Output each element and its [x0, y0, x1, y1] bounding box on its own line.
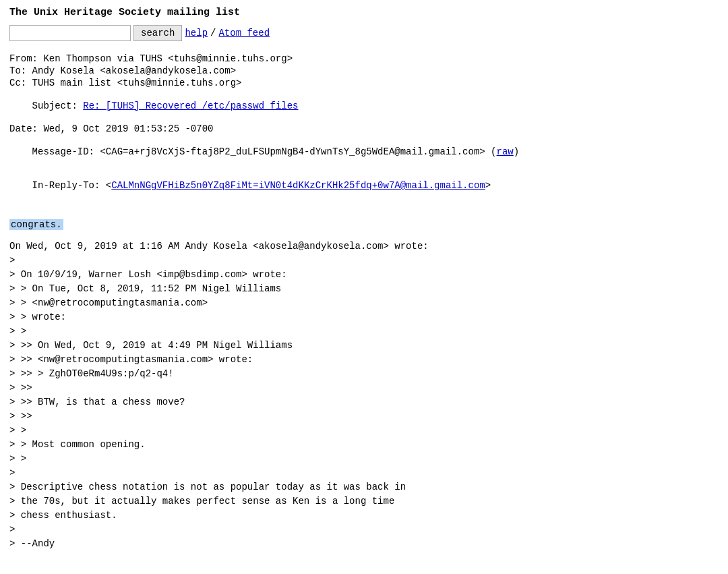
message-id-suffix: ): [514, 146, 519, 157]
search-links: help / Atom feed: [185, 28, 270, 38]
atom-feed-link[interactable]: Atom feed: [218, 28, 270, 38]
subject-line: Subject: Re: [TUHS] Recovered /etc/passw…: [9, 90, 719, 122]
message-id-prefix: Message-ID: <CAG=a+rj8VcXjS-ftaj8P2_duLF…: [32, 146, 497, 157]
congrats-text: congrats.: [9, 210, 719, 239]
from-line: From: Ken Thompson via TUHS <tuhs@minnie…: [9, 53, 719, 64]
search-button[interactable]: search: [133, 25, 182, 41]
separator: /: [210, 28, 216, 38]
in-reply-to-line: In-Reply-To: <CALMnNGgVFHiBz5n0YZq8FiMt=…: [9, 169, 719, 202]
subject-link[interactable]: Re: [TUHS] Recovered /etc/passwd files: [83, 101, 298, 111]
search-bar: search help / Atom feed: [9, 25, 719, 41]
search-input[interactable]: [9, 25, 131, 41]
in-reply-to-link[interactable]: CALMnNGgVFHiBz5n0YZq8FiMt=iVN0t4dKKzCrKH…: [111, 180, 485, 191]
email-body: On Wed, Oct 9, 2019 at 1:16 AM Andy Kose…: [9, 239, 719, 551]
subject-label: Subject:: [32, 101, 84, 111]
to-line: To: Andy Kosela <akosela@andykosela.com>: [9, 65, 719, 76]
congrats-highlight: congrats.: [9, 219, 63, 230]
raw-link[interactable]: raw: [497, 146, 514, 157]
page-title: The Unix Heritage Society mailing list: [9, 7, 719, 18]
cc-line: Cc: TUHS main list <tuhs@minnie.tuhs.org…: [9, 78, 719, 88]
help-link[interactable]: help: [185, 28, 208, 38]
in-reply-to-prefix: In-Reply-To: <: [32, 180, 112, 191]
date-line: Date: Wed, 9 Oct 2019 01:53:25 -0700: [9, 123, 719, 134]
in-reply-to-suffix: >: [485, 180, 491, 191]
email-header: From: Ken Thompson via TUHS <tuhs@minnie…: [9, 53, 719, 202]
message-id-line: Message-ID: <CAG=a+rj8VcXjS-ftaj8P2_duLF…: [9, 136, 719, 168]
